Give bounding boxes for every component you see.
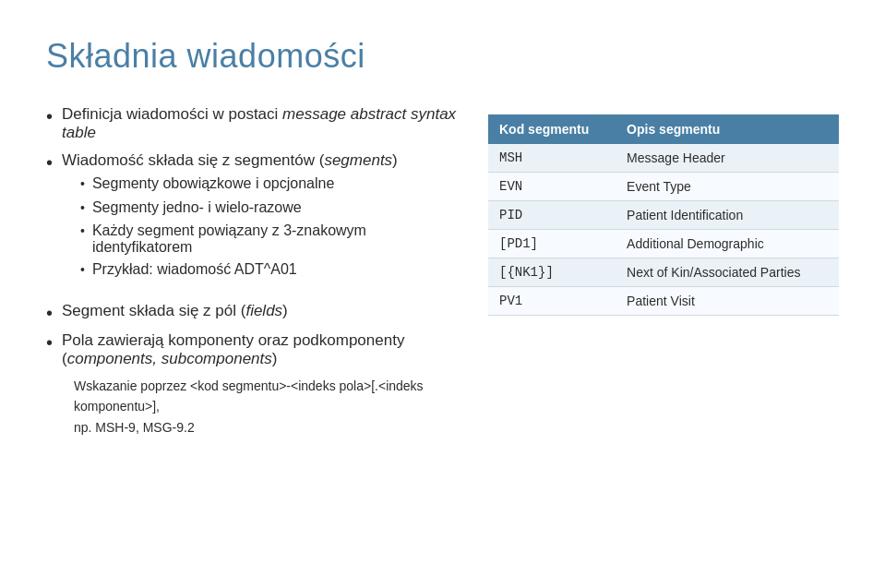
bullet3-text-plain: Segment składa się z pól (: [62, 302, 245, 319]
content-area: Definicja wiadomości w postaci message a…: [46, 105, 839, 438]
bottom-note-line2: np. MSH-9, MSG-9.2: [74, 417, 460, 438]
segment-code: MSH: [488, 144, 616, 173]
segment-description: Event Type: [616, 173, 839, 201]
table-row: PV1Patient Visit: [488, 287, 839, 316]
page-title: Składnia wiadomości: [46, 37, 839, 76]
bullet1-text: Definicja wiadomości w postaci message a…: [62, 105, 460, 142]
table-row: PIDPatient Identification: [488, 201, 839, 230]
bullet2-text-end: ): [392, 151, 398, 169]
bottom-note: Wskazanie poprzez <kod segmentu>-<indeks…: [46, 376, 460, 438]
bullet2-container: Wiadomość składa się z segmentów (segmen…: [62, 151, 460, 285]
table-body: MSHMessage HeaderEVNEvent TypePIDPatient…: [488, 144, 839, 316]
bullet3-italic: fields: [245, 302, 282, 319]
bullet3-text-end: ): [282, 302, 288, 319]
table-row: EVNEvent Type: [488, 173, 839, 201]
col2-header: Opis segmentu: [616, 114, 839, 144]
right-column: Kod segmentu Opis segmentu MSHMessage He…: [488, 114, 839, 316]
bullet1-text-plain: Definicja wiadomości w postaci: [62, 105, 282, 123]
sub-bullet-4: Przykład: wiadomość ADT^A01: [62, 261, 460, 280]
bullet-item-4: Pola zawierają komponenty oraz podkompon…: [46, 331, 460, 368]
bullet-item-1: Definicja wiadomości w postaci message a…: [46, 105, 460, 142]
left-column: Definicja wiadomości w postaci message a…: [46, 105, 460, 438]
segment-code: PV1: [488, 287, 616, 316]
bottom-section: Segment składa się z pól (fields) Pola z…: [46, 302, 460, 438]
bullet4-italic: components, subcomponents: [67, 350, 272, 367]
segment-description: Patient Identification: [616, 201, 839, 230]
col1-header: Kod segmentu: [488, 114, 616, 144]
segment-code: EVN: [488, 173, 616, 201]
segment-table: Kod segmentu Opis segmentu MSHMessage He…: [488, 114, 839, 316]
segment-code: PID: [488, 201, 616, 230]
segment-description: Next of Kin/Associated Parties: [616, 258, 839, 287]
sub-bullet-2: Segmenty jedno- i wielo-razowe: [62, 199, 460, 218]
bullet3-text: Segment składa się z pól (fields): [62, 302, 288, 320]
table-row: [{NK1}]Next of Kin/Associated Parties: [488, 258, 839, 287]
bullet4-text-end: ): [272, 350, 278, 367]
segment-description: Message Header: [616, 144, 839, 173]
segment-description: Additional Demographic: [616, 230, 839, 258]
main-list: Definicja wiadomości w postaci message a…: [46, 105, 460, 285]
table-header-row: Kod segmentu Opis segmentu: [488, 114, 839, 144]
bullet-item-2: Wiadomość składa się z segmentów (segmen…: [46, 151, 460, 285]
table-row: [PD1]Additional Demographic: [488, 230, 839, 258]
segment-description: Patient Visit: [616, 287, 839, 316]
sub-bullet-3: Każdy segment powiązany z 3-znakowym ide…: [62, 222, 460, 256]
bottom-note-line1: Wskazanie poprzez <kod segmentu>-<indeks…: [74, 376, 460, 417]
bullet2-text-plain: Wiadomość składa się z segmentów (: [62, 151, 324, 169]
segment-code: [PD1]: [488, 230, 616, 258]
bullet-item-3: Segment składa się z pól (fields): [46, 302, 460, 324]
bullet2-italic: segments: [324, 151, 392, 169]
bullet4-text: Pola zawierają komponenty oraz podkompon…: [62, 331, 460, 368]
segment-code: [{NK1}]: [488, 258, 616, 287]
sub-bullet-list: Segmenty obowiązkowe i opcjonalne Segmen…: [62, 175, 460, 280]
bullet2-text: Wiadomość składa się z segmentów (segmen…: [62, 151, 398, 169]
table-row: MSHMessage Header: [488, 144, 839, 173]
sub-bullet-1: Segmenty obowiązkowe i opcjonalne: [62, 175, 460, 194]
